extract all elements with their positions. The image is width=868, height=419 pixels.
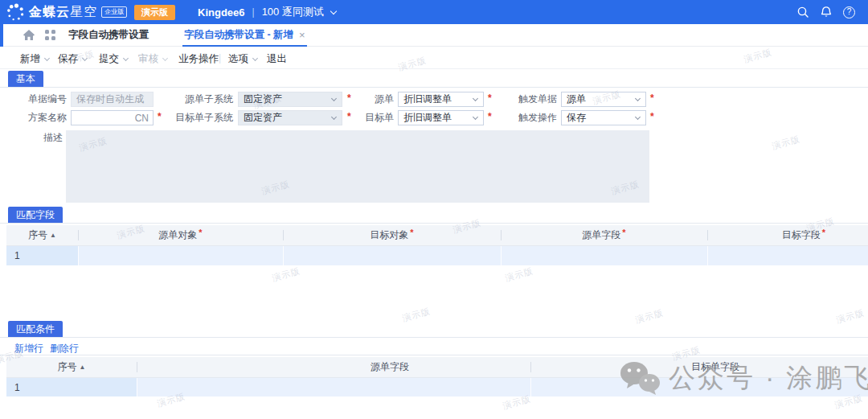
required-mark: * — [410, 228, 413, 237]
demo-watermark: 演示版 — [271, 265, 302, 284]
trigger-action-select[interactable]: 保存 — [561, 110, 646, 125]
topbar: 金蝶云星空 企业版 演示版 Kingdee6 | 100 逐同测试 ? — [0, 0, 868, 24]
trigger-action-label: 触发操作 — [502, 110, 557, 125]
required-mark: * — [822, 228, 825, 237]
help-icon[interactable]: ? — [843, 6, 855, 18]
source-subsystem-label: 源单子系统 — [141, 92, 233, 107]
workspace-switcher[interactable]: 100 逐同测试 — [262, 5, 324, 19]
kingdee-app: 金蝶云星空 企业版 演示版 Kingdee6 | 100 逐同测试 ? 字段自动… — [0, 0, 868, 419]
description-label: 描述 — [0, 130, 63, 146]
target-bill-select[interactable]: 折旧调整单 — [398, 110, 484, 125]
exit-button[interactable]: 退出 — [267, 52, 287, 66]
tabbar: 字段自动携带设置 字段自动携带设置 - 新增 × — [0, 24, 868, 47]
delete-row-button[interactable]: 删除行 — [50, 342, 79, 355]
target-subsystem-select: 固定资产 — [238, 110, 342, 125]
active-tab-label: 字段自动携带设置 - 新增 — [184, 28, 293, 42]
target-subsystem-label: 目标单子系统 — [129, 110, 233, 125]
chevron-down-icon — [44, 55, 50, 61]
sort-asc-icon: ▲ — [50, 232, 56, 239]
section-divider — [0, 355, 868, 355]
add-row-button[interactable]: 新增行 — [14, 342, 43, 355]
match-conditions-header: 序号▲ 源单字段 目标单字段 — [6, 357, 868, 378]
description-textarea[interactable] — [66, 130, 649, 203]
chevron-down-icon — [123, 55, 129, 61]
scheme-name-label: 方案名称 — [0, 110, 67, 125]
target-bill-label: 目标单 — [346, 110, 394, 125]
cell-source-object[interactable] — [78, 246, 283, 265]
section-tab-basic[interactable]: 基本 — [8, 71, 43, 87]
required-mark: * — [488, 92, 492, 104]
chevron-down-icon — [252, 55, 258, 61]
source-bill-select[interactable]: 折旧调整单 — [398, 92, 484, 107]
demo-version-badge: 演示版 — [134, 5, 175, 20]
app-menu-icon[interactable] — [45, 30, 55, 40]
column-header-source-field: 源单字段 — [137, 357, 530, 377]
bill-no-label: 单据编号 — [0, 92, 67, 107]
tab-field-carry-settings-new[interactable]: 字段自动携带设置 - 新增 × — [182, 24, 307, 47]
options-button[interactable]: 选项 — [228, 52, 257, 66]
source-bill-label: 源单 — [346, 92, 394, 107]
section-divider — [0, 223, 868, 224]
business-operations-button[interactable]: 业务操作 — [178, 52, 219, 66]
chevron-down-icon — [331, 96, 337, 101]
match-fields-header: 序号▲ 源单对象* 目标对象* 源单字段* 目标字段* — [6, 225, 868, 246]
column-header-seq[interactable]: 序号▲ — [6, 225, 78, 245]
match-fields-row[interactable]: 1 — [6, 246, 868, 265]
new-button[interactable]: 新增 — [20, 52, 49, 66]
close-icon[interactable]: × — [299, 29, 305, 41]
tab-field-carry-settings[interactable]: 字段自动携带设置 — [68, 28, 149, 42]
chevron-down-icon — [473, 114, 478, 120]
chevron-down-icon — [162, 55, 168, 61]
row-seq-cell[interactable]: 1 — [6, 246, 78, 265]
left-accent-strip — [0, 24, 3, 47]
trigger-bill-label: 触发单据 — [502, 92, 557, 107]
column-header-source-field: 源单字段* — [501, 225, 707, 245]
cell-target-object[interactable] — [283, 246, 501, 265]
scheme-name-input[interactable] — [76, 113, 132, 124]
demo-watermark: 演示版 — [771, 133, 802, 152]
cell-target-bill-field[interactable] — [530, 378, 868, 396]
home-icon[interactable] — [23, 29, 35, 41]
sort-asc-icon: ▲ — [80, 364, 86, 371]
cell-source-field[interactable] — [501, 246, 707, 265]
save-button[interactable]: 保存 — [58, 52, 87, 66]
required-mark: * — [622, 228, 625, 237]
search-icon[interactable] — [796, 6, 809, 18]
section-tab-match-fields[interactable]: 匹配字段 — [8, 207, 63, 223]
cell-source-field[interactable] — [137, 378, 530, 396]
topbar-divider: | — [252, 6, 255, 18]
column-header-seq[interactable]: 序号▲ — [6, 357, 137, 377]
chevron-down-icon — [82, 55, 88, 61]
notification-bell-icon[interactable] — [820, 6, 833, 18]
trigger-bill-select[interactable]: 源单 — [561, 92, 646, 107]
toolbar-divider: | — [219, 52, 221, 64]
required-mark: * — [650, 111, 654, 122]
match-conditions-row[interactable]: 1 — [6, 378, 868, 396]
chevron-down-icon — [331, 114, 337, 120]
cell-target-field[interactable] — [707, 246, 868, 265]
demo-watermark: 演示版 — [634, 306, 665, 326]
chevron-down-icon — [473, 96, 478, 101]
audit-button: 审核 — [138, 52, 167, 66]
brand-title: 金蝶云星空 — [29, 4, 97, 21]
required-mark: * — [199, 228, 202, 237]
chevron-down-icon[interactable] — [330, 7, 337, 14]
kingdee-logo-icon — [6, 3, 25, 22]
column-header-source-object: 源单对象* — [78, 225, 283, 245]
demo-watermark: 演示版 — [401, 305, 432, 324]
source-subsystem-select: 固定资产 — [238, 92, 342, 107]
section-tab-match-conditions[interactable]: 匹配条件 — [8, 321, 63, 337]
submit-button[interactable]: 提交 — [99, 52, 128, 66]
edition-badge: 企业版 — [101, 6, 127, 18]
column-header-target-bill-field: 目标单字段 — [530, 357, 868, 377]
row-seq-cell[interactable]: 1 — [6, 378, 137, 396]
toolbar: 新增 保存 提交 审核 业务操作 | 选项 退出 — [0, 47, 868, 69]
demo-watermark: 演示版 — [504, 265, 535, 284]
required-mark: * — [488, 111, 492, 122]
chevron-down-icon — [635, 114, 641, 120]
column-header-target-field: 目标字段* — [707, 225, 868, 245]
demo-watermark: 演示版 — [835, 306, 866, 326]
section-divider — [0, 337, 868, 338]
account-name: Kingdee6 — [198, 6, 245, 18]
required-mark: * — [650, 92, 654, 104]
